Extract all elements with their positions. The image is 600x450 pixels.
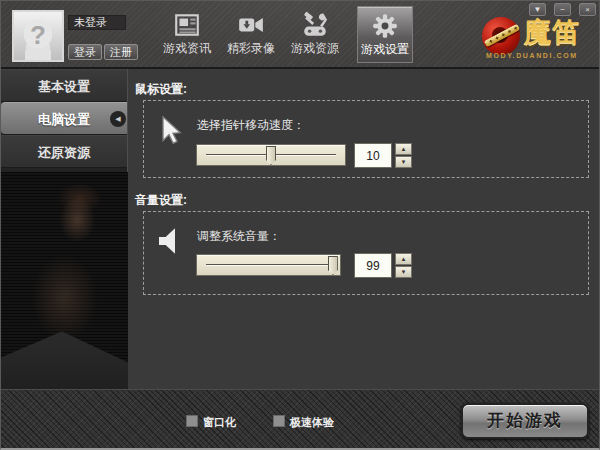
toolbar-label: 游戏设置 <box>358 41 412 58</box>
spin-down-button[interactable]: ▼ <box>395 266 412 278</box>
sidebar-item-restore-resources[interactable]: 还原资源 <box>1 135 127 168</box>
mouse-speed-input[interactable] <box>354 143 392 168</box>
launcher-window: ? 未登录 登录 注册 游戏资讯 精彩录像 <box>0 0 600 450</box>
avatar[interactable]: ? <box>12 10 64 62</box>
sidebar-item-basic-settings[interactable]: 基本设置 <box>1 69 127 102</box>
sidebar-item-computer-settings[interactable]: 电脑设置 ◀ <box>1 102 127 135</box>
arrow-down-icon: ▼ <box>401 159 407 165</box>
register-button[interactable]: 注册 <box>104 44 138 60</box>
turbo-mode-label: 极速体验 <box>290 415 334 430</box>
logo-title: 魔笛 <box>524 14 580 50</box>
minimize-button[interactable]: − <box>554 3 571 16</box>
volume-slider[interactable] <box>196 254 341 276</box>
toolbar-button-resources[interactable]: 游戏资源 <box>287 6 343 63</box>
volume-section-title: 音量设置: <box>135 192 187 209</box>
volume-input[interactable] <box>354 253 392 278</box>
start-game-button[interactable]: 开始游戏 <box>461 403 589 439</box>
character-art <box>1 172 128 389</box>
toolbar-label: 游戏资讯 <box>159 40 215 57</box>
close-button[interactable]: × <box>579 3 596 16</box>
mouse-settings-panel: 选择指针移动速度： ▲ ▼ <box>143 100 589 178</box>
arrow-up-icon: ▲ <box>401 256 407 262</box>
selected-arrow-icon: ◀ <box>110 111 126 127</box>
title-bar: ? 未登录 登录 注册 游戏资讯 精彩录像 <box>1 1 600 69</box>
spin-down-button[interactable]: ▼ <box>395 156 412 168</box>
volume-spinner: ▲ ▼ <box>395 253 412 278</box>
volume-settings-panel: 调整系统音量： ▲ ▼ <box>143 211 589 295</box>
gear-icon <box>371 12 399 40</box>
question-mark-icon: ? <box>14 20 62 51</box>
footer-bar: 窗口化 极速体验 开始游戏 <box>1 389 600 450</box>
login-status: 未登录 <box>68 15 126 30</box>
news-icon <box>173 11 201 39</box>
toolbar-button-videos[interactable]: 精彩录像 <box>223 6 279 63</box>
login-button[interactable]: 登录 <box>68 44 102 60</box>
toolbar-label: 精彩录像 <box>223 40 279 57</box>
resources-icon <box>301 11 329 39</box>
logo: 魔笛 MODY.DUANDI.COM <box>482 14 597 62</box>
toolbar-label: 游戏资源 <box>287 40 343 57</box>
video-icon <box>237 11 265 39</box>
dropdown-button[interactable]: ▼ <box>529 3 546 16</box>
mouse-slider-thumb[interactable] <box>266 146 276 165</box>
windowed-mode-label: 窗口化 <box>203 415 236 430</box>
mouse-section-title: 鼠标设置: <box>135 81 187 98</box>
sidebar-item-label: 还原资源 <box>38 145 90 160</box>
spin-up-button[interactable]: ▲ <box>395 143 412 155</box>
volume-slider-thumb[interactable] <box>328 256 338 275</box>
sidebar-item-label: 基本设置 <box>38 79 90 94</box>
settings-content: 鼠标设置: 选择指针移动速度： ▲ ▼ 音量设置: <box>129 69 600 389</box>
minimize-icon: − <box>560 5 565 14</box>
spin-up-button[interactable]: ▲ <box>395 253 412 265</box>
arrow-up-icon: ▲ <box>401 146 407 152</box>
sidebar: 基本设置 电脑设置 ◀ 还原资源 <box>1 69 128 389</box>
volume-label: 调整系统音量： <box>197 228 281 245</box>
chevron-down-icon: ▼ <box>534 5 542 14</box>
turbo-mode-checkbox[interactable] <box>273 415 285 427</box>
mouse-speed-spinner: ▲ ▼ <box>395 143 412 168</box>
mouse-speed-slider[interactable] <box>196 144 346 166</box>
flute-logo-icon <box>482 17 522 57</box>
logo-subtitle: MODY.DUANDI.COM <box>486 52 578 59</box>
arrow-down-icon: ▼ <box>401 269 407 275</box>
speaker-icon <box>155 225 187 257</box>
slider-track <box>206 264 331 265</box>
sidebar-item-label: 电脑设置 <box>38 112 90 127</box>
mouse-speed-label: 选择指针移动速度： <box>197 117 305 134</box>
windowed-mode-checkbox[interactable] <box>186 415 198 427</box>
cursor-icon <box>155 114 187 146</box>
toolbar-button-news[interactable]: 游戏资讯 <box>159 6 215 63</box>
close-icon: × <box>585 5 590 14</box>
toolbar-button-settings[interactable]: 游戏设置 <box>357 6 413 63</box>
